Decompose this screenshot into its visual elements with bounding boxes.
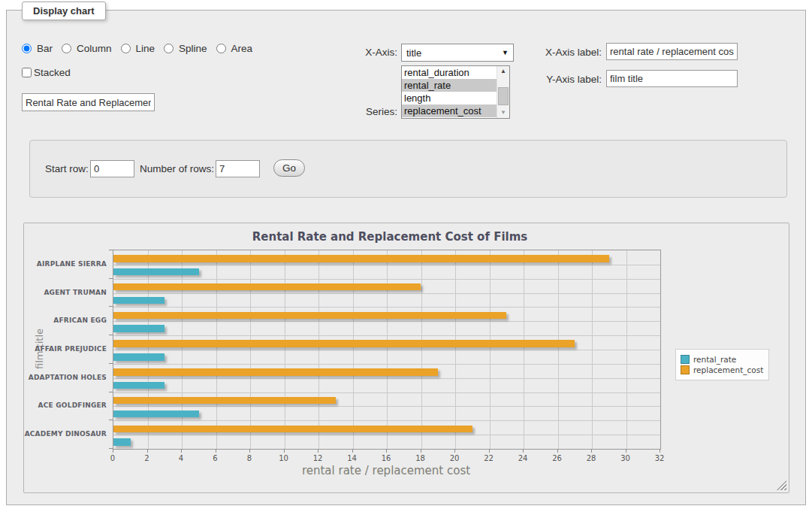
x-tick-mark xyxy=(454,449,455,453)
category-label: AFRICAN EGG xyxy=(24,317,107,324)
chevron-down-icon: ▼ xyxy=(502,49,509,56)
x-tick-mark xyxy=(181,449,182,453)
chart-type-label-column: Column xyxy=(77,43,112,54)
x-tick-label: 6 xyxy=(213,454,217,462)
chart-type-label-spline: Spline xyxy=(179,43,207,54)
chart-type-radio-column[interactable] xyxy=(62,44,71,53)
chart-type-label-bar: Bar xyxy=(37,43,53,54)
x-tick-mark xyxy=(421,449,421,453)
x-tick-label: 22 xyxy=(484,454,494,462)
gridline-horizontal xyxy=(113,307,660,308)
chart-type-label-line: Line xyxy=(136,43,155,54)
x-tick-label: 20 xyxy=(450,454,460,462)
bar-rental_rate-airplane-sierra xyxy=(113,268,199,275)
gridline-horizontal xyxy=(113,293,660,294)
x-tick-label: 2 xyxy=(144,454,149,462)
x-tick-label: 16 xyxy=(382,454,391,462)
x-tick-label: 24 xyxy=(518,454,528,462)
x-tick-mark xyxy=(216,449,216,453)
gridline-horizontal xyxy=(113,420,660,421)
x-tick-label: 18 xyxy=(415,454,425,462)
x-axis-select[interactable]: title ▼ xyxy=(401,44,514,62)
bar-rental_rate-adaptation-holes xyxy=(113,382,165,389)
go-button[interactable]: Go xyxy=(273,159,305,177)
bar-replacement_cost-academy-dinosaur xyxy=(113,426,472,432)
start-row-input[interactable] xyxy=(90,160,134,177)
series-select-label: Series: xyxy=(330,106,397,117)
category-label: AFFAIR PREJUDICE xyxy=(24,345,107,353)
x-tick-label: 12 xyxy=(313,454,323,462)
chart-panel: Rental Rate and Replacement Cost of Film… xyxy=(23,223,789,493)
gridline-horizontal xyxy=(113,435,660,435)
stacked-checkbox[interactable] xyxy=(22,68,32,77)
series-scrollbar[interactable]: ▲ ▼ xyxy=(497,66,509,118)
bar-replacement_cost-airplane-sierra xyxy=(113,255,609,262)
chart-type-radio-area[interactable] xyxy=(216,44,226,53)
x-axis-label-input[interactable] xyxy=(606,43,738,60)
x-tick-mark xyxy=(626,449,626,453)
series-option-rental_duration[interactable]: rental_duration xyxy=(402,66,497,79)
y-tick-mark xyxy=(109,335,113,335)
category-label: AGENT TRUMAN xyxy=(24,289,107,296)
category-label: AIRPLANE SIERRA xyxy=(24,260,107,268)
start-row-label: Start row: xyxy=(45,163,89,174)
x-tick-mark xyxy=(660,449,660,453)
gridline-horizontal xyxy=(113,279,660,280)
chart-type-radio-line[interactable] xyxy=(121,44,131,53)
chart-type-radio-spline[interactable] xyxy=(164,44,174,53)
x-tick-mark xyxy=(352,449,353,453)
bar-rental_rate-affair-prejudice xyxy=(113,353,165,360)
chart-legend: rental_ratereplacement_cost xyxy=(675,349,769,380)
scroll-up-icon[interactable]: ▲ xyxy=(497,66,509,77)
y-tick-mark xyxy=(109,250,113,250)
x-tick-mark xyxy=(591,449,592,453)
x-tick-label: 8 xyxy=(247,454,252,462)
x-tick-mark xyxy=(557,449,558,453)
x-axis-title: rental rate / replacement cost xyxy=(113,464,660,477)
x-tick-mark xyxy=(284,449,285,453)
resize-grip-icon[interactable] xyxy=(777,480,786,490)
scroll-down-icon[interactable]: ▼ xyxy=(497,108,509,118)
y-tick-mark xyxy=(109,363,113,364)
number-of-rows-input[interactable] xyxy=(216,160,260,177)
chart-title-input[interactable] xyxy=(22,93,155,111)
x-axis-select-label: X-Axis: xyxy=(330,47,397,58)
chart-type-radio-group: BarColumnLineSplineArea xyxy=(22,43,258,54)
bar-replacement_cost-affair-prejudice xyxy=(113,340,575,347)
y-tick-mark xyxy=(109,420,113,420)
y-tick-mark xyxy=(109,306,113,307)
x-tick-label: 0 xyxy=(110,454,115,462)
x-tick-label: 26 xyxy=(552,454,562,462)
y-axis-label-label: Y-Axis label: xyxy=(533,74,602,85)
series-options: rental_durationrental_ratelengthreplacem… xyxy=(402,66,509,117)
x-tick-label: 4 xyxy=(179,454,183,462)
series-option-length[interactable]: length xyxy=(402,92,497,105)
scrollbar-thumb[interactable] xyxy=(498,87,509,105)
row-range-panel: Start row: Number of rows: Go xyxy=(29,140,787,198)
x-tick-mark xyxy=(113,449,113,453)
x-tick-mark xyxy=(489,449,490,453)
gridline-horizontal xyxy=(113,406,660,407)
x-tick-label: 30 xyxy=(620,454,630,462)
y-tick-mark xyxy=(109,278,113,279)
x-tick-mark xyxy=(523,449,524,453)
x-tick-label: 28 xyxy=(587,454,596,462)
stacked-label: Stacked xyxy=(34,67,71,78)
display-chart-fieldset: Display chart BarColumnLineSplineArea St… xyxy=(6,10,806,505)
gridline-horizontal xyxy=(113,350,660,350)
chart-type-radio-bar[interactable] xyxy=(22,44,32,53)
gridline-horizontal xyxy=(113,265,660,265)
y-axis-label-input[interactable] xyxy=(606,70,738,87)
bar-rental_rate-ace-goldfinger xyxy=(113,411,199,417)
series-listbox[interactable]: rental_durationrental_ratelengthreplacem… xyxy=(401,65,510,119)
x-axis-select-value: title xyxy=(406,47,421,59)
legend-item: replacement_cost xyxy=(681,365,763,374)
series-option-rental_rate[interactable]: rental_rate xyxy=(402,79,497,92)
x-tick-label: 14 xyxy=(347,454,357,462)
series-option-replacement_cost[interactable]: replacement_cost xyxy=(402,105,497,117)
legend-item: rental_rate xyxy=(681,355,763,364)
x-tick-mark xyxy=(386,449,387,453)
fieldset-legend: Display chart xyxy=(22,2,106,20)
gridline-horizontal xyxy=(113,335,660,336)
x-tick-mark xyxy=(249,449,250,453)
